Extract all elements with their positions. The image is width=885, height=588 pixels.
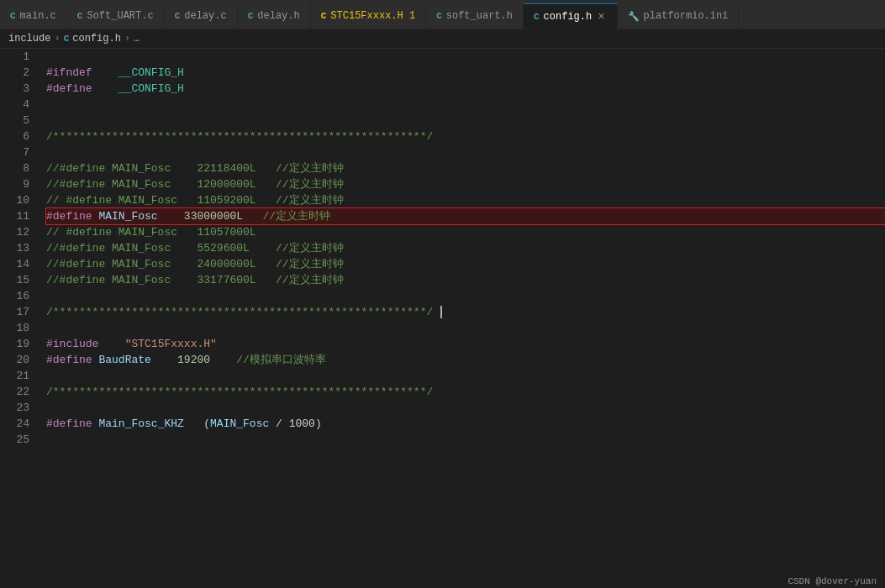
tab-icon-c5: C xyxy=(436,11,442,21)
tab-delay-h[interactable]: C delay.h xyxy=(238,3,311,29)
line-num: 15 xyxy=(0,272,29,288)
code-line[interactable]: #define BaudRate 19200 //模拟串口波特率 xyxy=(46,352,885,368)
code-line[interactable]: /***************************************… xyxy=(46,129,885,144)
status-label: CSDN @dover-yuan xyxy=(788,576,877,586)
line-num: 14 xyxy=(0,256,29,272)
tab-icon-platformio: 🔧 xyxy=(628,11,640,22)
tab-delay-c[interactable]: C delay.c xyxy=(165,3,238,29)
tab-stc15-h[interactable]: C STC15Fxxxx.H 1 xyxy=(311,3,426,29)
line-num: 25 xyxy=(0,432,29,448)
line-num: 8 xyxy=(0,160,29,176)
editor: 1234567891011121314151617181920212223242… xyxy=(0,49,885,585)
line-num: 4 xyxy=(0,97,29,113)
code-line[interactable]: //#define MAIN_Fosc 5529600L //定义主时钟 xyxy=(46,240,885,256)
line-num: 1 xyxy=(0,49,29,65)
tab-label-soft-uart-c: Soft_UART.c xyxy=(87,10,153,22)
tab-icon-c6: C xyxy=(534,12,540,22)
line-numbers: 1234567891011121314151617181920212223242… xyxy=(0,49,38,585)
line-num: 20 xyxy=(0,352,29,368)
code-line[interactable] xyxy=(46,320,885,336)
line-num: 5 xyxy=(0,113,29,129)
tab-bar: C main.c C Soft_UART.c C delay.c C delay… xyxy=(0,0,885,29)
code-line[interactable] xyxy=(46,288,885,304)
line-num: 10 xyxy=(0,192,29,208)
code-line[interactable]: /***************************************… xyxy=(46,304,885,320)
line-num: 2 xyxy=(0,65,29,81)
code-line[interactable]: // #define MAIN_Fosc 11057000L xyxy=(46,224,885,240)
line-num: 6 xyxy=(0,129,29,144)
code-line[interactable]: #define Main_Fosc_KHZ (MAIN_Fosc / 1000) xyxy=(46,416,885,432)
line-num: 23 xyxy=(0,400,29,416)
tab-label-platformio: platformio.ini xyxy=(644,10,729,22)
code-line[interactable]: #include "STC15Fxxxx.H" xyxy=(46,336,885,352)
code-line[interactable] xyxy=(46,144,885,160)
code-line[interactable] xyxy=(46,49,885,65)
line-num: 17 xyxy=(0,304,29,320)
breadcrumb-include[interactable]: include xyxy=(8,33,50,45)
line-num: 21 xyxy=(0,368,29,384)
tab-icon-h1: C xyxy=(321,11,327,21)
code-area[interactable]: #ifndef __CONFIG_H#define __CONFIG_H /**… xyxy=(38,49,885,585)
tab-soft-uart-c[interactable]: C Soft_UART.c xyxy=(67,3,165,29)
line-num: 12 xyxy=(0,224,29,240)
code-line[interactable]: #define __CONFIG_H xyxy=(46,81,885,97)
tab-label-main-c: main.c xyxy=(20,10,56,22)
code-line[interactable]: //#define MAIN_Fosc 24000000L //定义主时钟 xyxy=(46,256,885,272)
tab-icon-c2: C xyxy=(77,11,83,21)
code-line[interactable]: // #define MAIN_Fosc 11059200L //定义主时钟 xyxy=(46,192,885,208)
code-line[interactable]: //#define MAIN_Fosc 33177600L //定义主时钟 xyxy=(46,272,885,288)
line-num: 13 xyxy=(0,240,29,256)
code-line[interactable] xyxy=(46,368,885,384)
code-line[interactable]: /***************************************… xyxy=(46,384,885,400)
code-line[interactable] xyxy=(46,97,885,113)
tab-label-delay-h: delay.h xyxy=(257,10,299,22)
breadcrumb-sep1: › xyxy=(54,33,60,45)
line-num: 22 xyxy=(0,384,29,400)
tab-label-delay-c: delay.c xyxy=(184,10,226,22)
line-num: 18 xyxy=(0,320,29,336)
line-num: 24 xyxy=(0,416,29,432)
tab-label-stc15-h: STC15Fxxxx.H 1 xyxy=(330,10,415,22)
line-num: 7 xyxy=(0,144,29,160)
code-line[interactable] xyxy=(46,113,885,129)
breadcrumb-sep2: › xyxy=(124,33,130,45)
status-bar: CSDN @dover-yuan xyxy=(779,575,885,588)
line-num: 19 xyxy=(0,336,29,352)
code-line[interactable]: //#define MAIN_Fosc 12000000L //定义主时钟 xyxy=(46,176,885,192)
code-line[interactable]: //#define MAIN_Fosc 22118400L //定义主时钟 xyxy=(46,160,885,176)
line-num: 9 xyxy=(0,176,29,192)
code-line[interactable]: #ifndef __CONFIG_H xyxy=(46,65,885,81)
tab-icon-c: C xyxy=(10,11,16,21)
code-line[interactable]: #define MAIN_Fosc 33000000L //定义主时钟 xyxy=(46,208,885,224)
line-num: 16 xyxy=(0,288,29,304)
breadcrumb: include › C config.h › … xyxy=(0,29,885,49)
breadcrumb-icon-c: C xyxy=(64,34,70,44)
tab-platformio[interactable]: 🔧 platformio.ini xyxy=(618,3,740,29)
code-line[interactable] xyxy=(46,432,885,448)
tab-label-soft-uart-h: soft_uart.h xyxy=(446,10,513,22)
tab-close-config-h[interactable]: × xyxy=(596,10,606,24)
code-line[interactable] xyxy=(46,400,885,416)
tab-soft-uart-h[interactable]: C soft_uart.h xyxy=(426,3,524,29)
line-num: 11 xyxy=(0,208,29,224)
line-num: 3 xyxy=(0,81,29,97)
breadcrumb-config[interactable]: config.h xyxy=(72,33,121,45)
tab-config-h[interactable]: C config.h × xyxy=(524,3,618,29)
tab-icon-c3: C xyxy=(175,11,181,21)
tab-label-config-h: config.h xyxy=(544,11,593,23)
tab-main-c[interactable]: C main.c xyxy=(0,3,67,29)
tab-icon-c4: C xyxy=(248,11,254,21)
breadcrumb-ellipsis[interactable]: … xyxy=(134,33,140,45)
